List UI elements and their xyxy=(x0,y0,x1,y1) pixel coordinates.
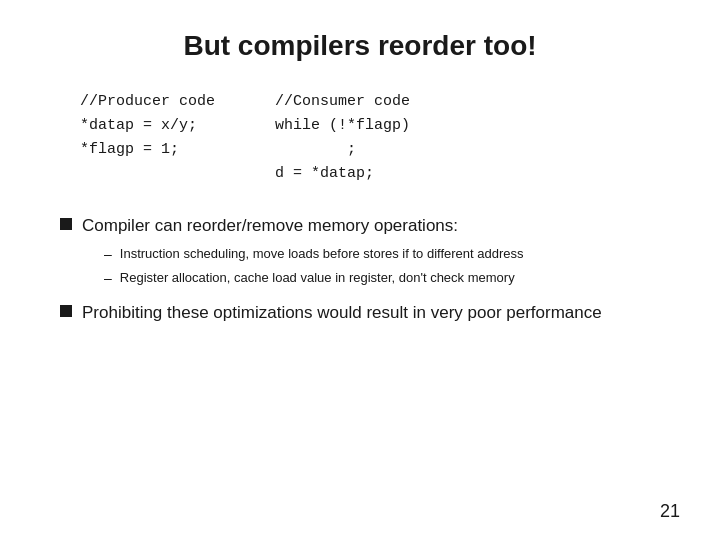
slide: But compilers reorder too! //Producer co… xyxy=(0,0,720,540)
bullet-square-1 xyxy=(60,218,72,230)
code-section: //Producer code *datap = x/y; *flagp = 1… xyxy=(80,90,670,186)
sub-bullet-item-1-1: – Instruction scheduling, move loads bef… xyxy=(104,245,524,263)
sub-bullet-dash-1-2: – xyxy=(104,270,112,286)
bullet-item-1: Compiler can reorder/remove memory opera… xyxy=(60,214,670,287)
sub-bullet-dash-1-1: – xyxy=(104,246,112,262)
bullet-text-2: Prohibiting these optimizations would re… xyxy=(82,301,602,326)
consumer-code-block: //Consumer code while (!*flagp) ; d = *d… xyxy=(275,90,410,186)
sub-bullet-item-1-2: – Register allocation, cache load value … xyxy=(104,269,524,287)
bullet-square-2 xyxy=(60,305,72,317)
page-number: 21 xyxy=(660,501,680,522)
bullet-item-2: Prohibiting these optimizations would re… xyxy=(60,301,670,326)
slide-title: But compilers reorder too! xyxy=(50,30,670,62)
bullet-section: Compiler can reorder/remove memory opera… xyxy=(60,214,670,326)
sub-bullet-text-1-2: Register allocation, cache load value in… xyxy=(120,269,515,287)
sub-bullet-text-1-1: Instruction scheduling, move loads befor… xyxy=(120,245,524,263)
bullet-text-1: Compiler can reorder/remove memory opera… xyxy=(82,214,524,239)
bullet-item-1-content: Compiler can reorder/remove memory opera… xyxy=(82,214,524,287)
bullet-item-2-content: Prohibiting these optimizations would re… xyxy=(82,301,602,326)
producer-code-block: //Producer code *datap = x/y; *flagp = 1… xyxy=(80,90,215,186)
sub-bullets-1: – Instruction scheduling, move loads bef… xyxy=(104,245,524,287)
